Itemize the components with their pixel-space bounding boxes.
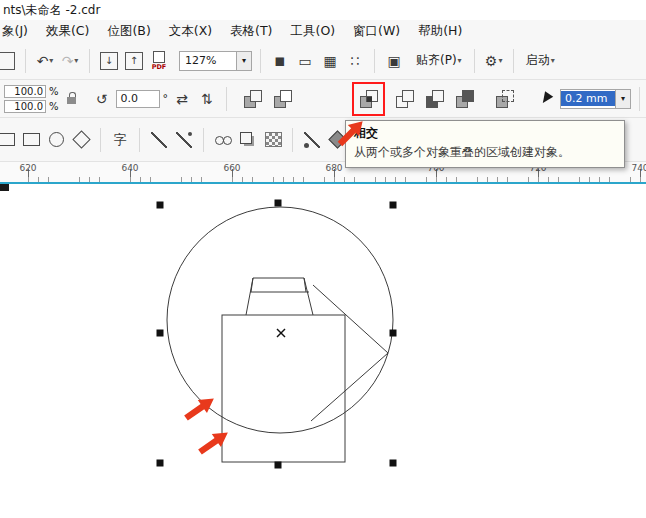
titlebar: nts\未命名 -2.cdr bbox=[0, 0, 646, 20]
toolbar-separator bbox=[292, 128, 293, 152]
text-tool-button[interactable]: 字 bbox=[109, 128, 131, 152]
polygon-tool-button[interactable] bbox=[70, 128, 92, 152]
annotation-arrow bbox=[332, 102, 380, 150]
standard-toolbar: ↶ ▾ ↷ ▾ ↓ ↑ PDF 127% ▾ ◼ ▭ ▦ ∷ ▣ 贴齐(P) ▾… bbox=[0, 42, 646, 80]
selection-center-marker bbox=[277, 329, 285, 337]
export-icon: ↑ bbox=[125, 52, 143, 70]
align-dialog-button[interactable]: ▣ bbox=[383, 49, 405, 73]
outline-width-value[interactable]: 0.2 mm bbox=[561, 91, 615, 106]
launch-label: 启动 bbox=[526, 52, 550, 69]
fullscreen-preview-button[interactable]: ◼ bbox=[269, 49, 291, 73]
selection-handle[interactable] bbox=[275, 200, 282, 207]
lock-ratio-button[interactable] bbox=[62, 87, 84, 111]
clipboard-icon bbox=[0, 52, 15, 70]
selection-handle[interactable] bbox=[390, 202, 397, 209]
ruler-label: 640 bbox=[121, 163, 138, 173]
import-icon: ↓ bbox=[100, 52, 118, 70]
mirror-horizontal-icon: ⇄ bbox=[176, 91, 188, 107]
export-button[interactable]: ↑ bbox=[123, 49, 145, 73]
bag-flap-shape[interactable] bbox=[246, 278, 313, 315]
ruler-label: 680 bbox=[325, 163, 342, 173]
toolbar-separator bbox=[203, 128, 204, 152]
chevron-down-icon: ▾ bbox=[498, 56, 502, 65]
scale-x-unit: % bbox=[49, 86, 59, 97]
create-boundary-button[interactable] bbox=[491, 86, 518, 112]
transparency-tool-button[interactable] bbox=[262, 128, 284, 152]
align-icon: ▣ bbox=[387, 53, 400, 69]
show-rulers-button[interactable]: ▭ bbox=[294, 49, 316, 73]
toolbar-separator bbox=[89, 49, 90, 73]
polygon-icon bbox=[72, 130, 90, 148]
bezier-tool-button[interactable] bbox=[173, 128, 195, 152]
ellipse-icon bbox=[49, 132, 64, 147]
front-minus-back-button[interactable] bbox=[421, 86, 448, 112]
paste-button[interactable] bbox=[0, 49, 17, 73]
rulers-icon: ▭ bbox=[298, 53, 311, 69]
line-icon bbox=[151, 132, 167, 148]
menu-item-object[interactable]: 象(J) bbox=[0, 21, 37, 42]
options-button[interactable]: ⚙ ▾ bbox=[483, 49, 505, 73]
undo-icon: ↶ bbox=[37, 53, 49, 69]
selection-handle[interactable] bbox=[275, 462, 282, 469]
snap-options-button[interactable]: ∷ bbox=[344, 49, 366, 73]
line-tool-button[interactable] bbox=[148, 128, 170, 152]
rectangle-tool-button[interactable] bbox=[20, 128, 42, 152]
toolbar-separator bbox=[639, 87, 640, 111]
text-tool-icon: 字 bbox=[114, 131, 127, 149]
selected-rectangle[interactable] bbox=[222, 315, 345, 462]
menu-item-text[interactable]: 文本(X) bbox=[160, 21, 221, 42]
scale-y-field[interactable]: 100.0 bbox=[4, 100, 46, 113]
fold-line-lower[interactable] bbox=[311, 353, 388, 421]
degree-symbol: ° bbox=[163, 92, 169, 105]
drop-shadow-tool-button[interactable] bbox=[237, 128, 259, 152]
undo-button[interactable]: ↶ ▾ bbox=[34, 49, 56, 73]
simplify-button[interactable] bbox=[391, 86, 418, 112]
menu-item-tools[interactable]: 工具(O) bbox=[282, 21, 345, 42]
weld-button[interactable] bbox=[239, 86, 266, 112]
outline-width-combo[interactable]: 0.2 mm ▾ bbox=[560, 89, 631, 109]
menu-item-window[interactable]: 窗口(W) bbox=[344, 21, 409, 42]
mirror-vertical-icon: ⇅ bbox=[201, 91, 213, 107]
crop-tool-button[interactable] bbox=[0, 128, 17, 152]
eyedropper-tool-button[interactable] bbox=[301, 128, 323, 152]
chevron-down-icon[interactable]: ▾ bbox=[237, 51, 252, 71]
connector-tool-button[interactable] bbox=[212, 128, 234, 152]
zoom-level-combo[interactable]: 127% ▾ bbox=[179, 51, 252, 71]
show-grid-button[interactable]: ▦ bbox=[319, 49, 341, 73]
selection-handles bbox=[157, 200, 397, 469]
back-minus-front-button[interactable] bbox=[451, 86, 478, 112]
selection-handle[interactable] bbox=[157, 460, 164, 467]
scale-x-field[interactable]: 100.0 bbox=[4, 85, 46, 98]
fullscreen-icon: ◼ bbox=[275, 53, 286, 68]
scale-y-unit: % bbox=[49, 101, 59, 112]
selection-handle[interactable] bbox=[157, 202, 164, 209]
mirror-vertical-button[interactable]: ⇅ bbox=[196, 87, 218, 111]
toolbar-separator bbox=[513, 49, 514, 73]
snap-to-dropdown[interactable]: 贴齐(P) ▾ bbox=[412, 49, 466, 73]
gear-icon: ⚙ bbox=[485, 53, 498, 69]
import-button[interactable]: ↓ bbox=[98, 49, 120, 73]
ruler-label: 620 bbox=[19, 163, 36, 173]
trim-button[interactable] bbox=[269, 86, 296, 112]
selection-handle[interactable] bbox=[390, 330, 397, 337]
rotation-angle-field[interactable]: 0.0 bbox=[116, 90, 160, 108]
mirror-horizontal-button[interactable]: ⇄ bbox=[171, 87, 193, 111]
menu-item-effects[interactable]: 效果(C) bbox=[37, 21, 98, 42]
publish-pdf-button[interactable]: PDF bbox=[148, 49, 170, 73]
chevron-down-icon[interactable]: ▾ bbox=[616, 89, 631, 109]
redo-button[interactable]: ↷ ▾ bbox=[59, 49, 81, 73]
menu-item-help[interactable]: 帮助(H) bbox=[409, 21, 471, 42]
snap-dots-icon: ∷ bbox=[351, 53, 360, 69]
toolbar-separator bbox=[139, 128, 140, 152]
selection-handle[interactable] bbox=[157, 330, 164, 337]
selection-handle[interactable] bbox=[390, 460, 397, 467]
toolbar-separator bbox=[474, 49, 475, 73]
menu-item-table[interactable]: 表格(T) bbox=[221, 21, 281, 42]
selected-ellipse[interactable] bbox=[167, 207, 393, 433]
tooltip-description: 从两个或多个对象重叠的区域创建对象。 bbox=[354, 144, 616, 161]
zoom-level-value[interactable]: 127% bbox=[179, 51, 237, 71]
ellipse-tool-button[interactable] bbox=[45, 128, 67, 152]
fold-line-upper[interactable] bbox=[313, 285, 388, 353]
launch-button[interactable]: 启动 ▾ bbox=[522, 49, 559, 73]
menu-item-bitmaps[interactable]: 位图(B) bbox=[98, 21, 159, 42]
